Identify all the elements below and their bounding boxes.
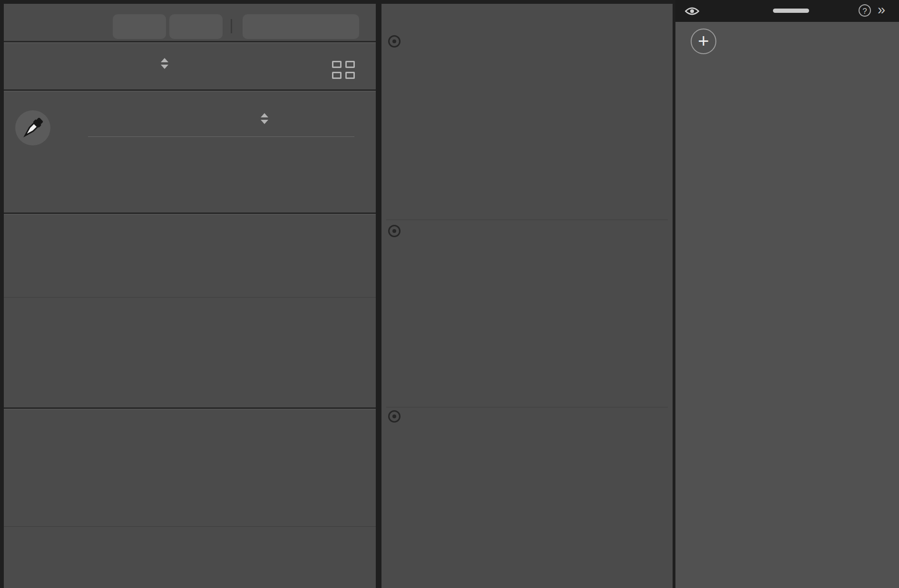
- hdr-button[interactable]: [243, 14, 359, 39]
- masks-panel-header: ? »: [675, 0, 899, 22]
- create-new-mask-button[interactable]: +: [675, 26, 899, 60]
- black-white-button[interactable]: [169, 14, 223, 39]
- profile-stepper-icon[interactable]: [161, 58, 168, 69]
- profile-browser-icon[interactable]: [332, 61, 355, 79]
- masks-panel: ? » +: [675, 0, 899, 588]
- basic-adjustments-panel: [0, 0, 376, 588]
- mask-list: [675, 67, 899, 588]
- white-balance-eyedropper[interactable]: [15, 110, 50, 145]
- target-adjustment-icon[interactable]: [388, 225, 401, 237]
- target-adjustment-icon[interactable]: [388, 410, 401, 423]
- plus-icon: +: [691, 29, 716, 54]
- help-icon[interactable]: ?: [859, 4, 871, 17]
- button-divider: [231, 19, 232, 33]
- panel-drag-handle[interactable]: [773, 9, 809, 13]
- top-frame-strip: [0, 0, 675, 4]
- auto-button[interactable]: [113, 14, 166, 39]
- collapse-panel-icon[interactable]: »: [878, 2, 885, 18]
- panel-gutter: [673, 0, 675, 588]
- masks-eye-icon[interactable]: [685, 7, 699, 16]
- panel-gutter: [376, 0, 381, 588]
- white-balance-stepper-icon[interactable]: [261, 113, 268, 124]
- eyedropper-icon: [20, 116, 45, 140]
- target-adjustment-icon[interactable]: [388, 35, 401, 48]
- hsl-panel: [381, 0, 673, 588]
